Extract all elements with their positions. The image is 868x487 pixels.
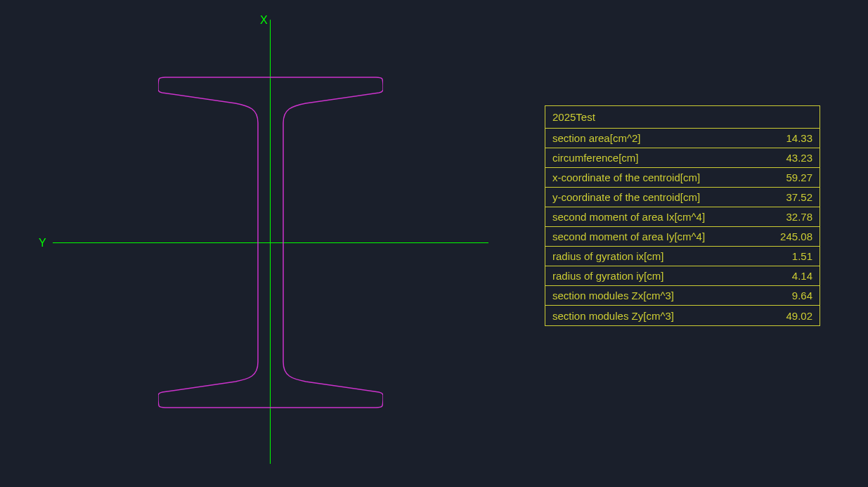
table-row: second moment of area Iy[cm^4] 245.08 bbox=[545, 227, 820, 247]
row-value: 59.27 bbox=[786, 171, 812, 183]
row-value: 49.02 bbox=[786, 310, 812, 322]
row-value: 14.33 bbox=[786, 132, 812, 144]
row-value: 37.52 bbox=[786, 191, 812, 203]
row-label: section modules Zy[cm^3] bbox=[552, 310, 674, 322]
cad-canvas[interactable]: X Y 2025Test section area[cm^2] 14.33 ci… bbox=[0, 0, 868, 487]
y-axis-label: Y bbox=[39, 237, 46, 249]
table-row: circumference[cm] 43.23 bbox=[545, 148, 820, 168]
row-label: section modules Zx[cm^3] bbox=[552, 290, 674, 301]
table-row: section area[cm^2] 14.33 bbox=[545, 129, 820, 148]
row-value: 245.08 bbox=[780, 230, 812, 242]
row-label: second moment of area Iy[cm^4] bbox=[552, 230, 705, 242]
table-row: radius of gyration iy[cm] 4.14 bbox=[545, 266, 820, 286]
i-beam-shape bbox=[158, 74, 383, 411]
section-properties-table: 2025Test section area[cm^2] 14.33 circum… bbox=[545, 105, 820, 326]
row-label: y-coordinate of the centroid[cm] bbox=[552, 191, 700, 203]
row-value: 1.51 bbox=[792, 250, 812, 262]
row-value: 32.78 bbox=[786, 211, 812, 223]
row-label: x-coordinate of the centroid[cm] bbox=[552, 171, 700, 183]
table-row: section modules Zx[cm^3] 9.64 bbox=[545, 286, 820, 306]
table-row: x-coordinate of the centroid[cm] 59.27 bbox=[545, 168, 820, 188]
row-label: circumference[cm] bbox=[552, 152, 639, 164]
table-row: y-coordinate of the centroid[cm] 37.52 bbox=[545, 188, 820, 207]
row-value: 4.14 bbox=[792, 270, 812, 282]
row-label: second moment of area Ix[cm^4] bbox=[552, 211, 705, 223]
table-row: radius of gyration ix[cm] 1.51 bbox=[545, 247, 820, 266]
table-row: section modules Zy[cm^3] 49.02 bbox=[545, 306, 820, 325]
row-value: 9.64 bbox=[792, 290, 812, 301]
row-label: section area[cm^2] bbox=[552, 132, 640, 144]
row-label: radius of gyration iy[cm] bbox=[552, 270, 663, 282]
table-row: second moment of area Ix[cm^4] 32.78 bbox=[545, 207, 820, 227]
x-axis-label: X bbox=[260, 14, 268, 27]
row-value: 43.23 bbox=[786, 152, 812, 164]
row-label: radius of gyration ix[cm] bbox=[552, 250, 663, 262]
table-title: 2025Test bbox=[545, 106, 820, 129]
